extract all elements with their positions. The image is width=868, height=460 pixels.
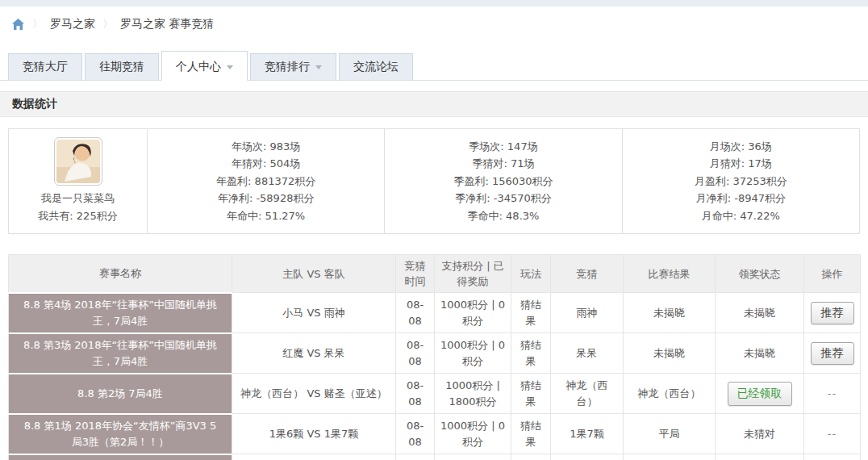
award-status-cell: 未揭晓 (716, 293, 804, 333)
breadcrumb: 〉罗马之家〉罗马之家 赛事竞猜 (0, 6, 868, 31)
column-header: 操作 (804, 255, 861, 293)
event-name-cell: 8.8 第3场 2018年“往事杯”中国随机单挑王，7局4胜 (9, 333, 232, 374)
action-cell: 推荐 (804, 333, 861, 374)
bet-time-cell: 08-08 (396, 333, 435, 374)
stat-line: 年场次: 983场 (232, 138, 300, 156)
guess-cell: 呆呆 (551, 333, 624, 374)
column-header: 赛事名称 (9, 255, 232, 293)
bet-time-cell: 08-08 (396, 374, 435, 414)
chevron-down-icon (315, 65, 322, 69)
bet-history-table: 赛事名称主队 VS 客队竞猜时间支持积分 | 已得奖励玩法竞猜比赛结果领奖状态操… (8, 254, 861, 460)
no-action-dash: -- (828, 428, 837, 440)
breadcrumb-item[interactable]: 罗马之家 赛事竞猜 (120, 17, 214, 31)
stat-line: 年净利: -58928积分 (218, 190, 315, 207)
points-reward-cell: 1000积分 | 0积分 (435, 414, 511, 454)
guess-cell: 神龙（西台） (551, 374, 624, 414)
column-header: 竞猜 (551, 255, 624, 293)
guess-cell: 小小侠+帕帕+黑骑士 (551, 454, 624, 460)
award-status-cell: 未揭晓 (716, 333, 804, 374)
guess-cell: 1果7颗 (551, 414, 624, 454)
table-row: 8.8 第1场 2018年协会“友情杯”商3V3，全部5局3胜小小侠+帕帕+黑骑… (9, 454, 861, 460)
match-result-cell: 未揭晓 (624, 333, 716, 374)
bet-time-cell: 08-08 (396, 454, 435, 460)
stat-line: 季盈利: 156030积分 (453, 173, 553, 190)
action-cell: 推荐 (804, 293, 861, 333)
match-result-cell: 平局 (624, 414, 716, 454)
guess-cell: 雨神 (551, 293, 624, 333)
tab-竞猜排行[interactable]: 竞猜排行 (250, 53, 336, 80)
home-icon[interactable] (11, 18, 25, 31)
points-reward-cell: 1000积分 | 0积分 (435, 293, 511, 333)
tab-label: 个人中心 (176, 60, 221, 74)
points-reward-cell: 1000积分 | 0积分 (435, 333, 511, 374)
breadcrumb-item[interactable]: 罗马之家 (50, 17, 95, 31)
teams-cell: 神龙（西台） VS 赌圣（亚述） (232, 374, 396, 414)
chevron-down-icon (227, 65, 233, 69)
table-row: 8.8 第4场 2018年“往事杯”中国随机单挑王，7局4胜小马 VS 雨神08… (9, 293, 861, 333)
tab-交流论坛[interactable]: 交流论坛 (339, 53, 413, 80)
user-name: 我是一只菜菜鸟 (41, 190, 115, 207)
column-header: 主队 VS 客队 (232, 255, 396, 293)
match-result-cell: 神龙（西台） (624, 374, 716, 414)
stat-line: 月猜对: 17场 (710, 155, 772, 173)
stat-line: 月盈利: 37253积分 (695, 173, 787, 190)
action-cell: -- (804, 374, 861, 414)
top-bar (0, 0, 868, 6)
tab-label: 竞猜大厅 (23, 60, 68, 74)
table-header-row: 赛事名称主队 VS 客队竞猜时间支持积分 | 已得奖励玩法竞猜比赛结果领奖状态操… (9, 255, 861, 293)
stat-line: 月命中: 47.22% (702, 207, 780, 225)
stats-column: 年场次: 983场年猜对: 504场年盈利: 881372积分年净利: -589… (148, 129, 385, 233)
stats-panel: 我是一只菜菜鸟 我共有: 225积分 年场次: 983场年猜对: 504场年盈利… (8, 128, 860, 234)
table-row: 8.8 第3场 2018年“往事杯”中国随机单挑王，7局4胜红魔 VS 呆呆08… (9, 333, 861, 374)
event-name-cell: 8.8 第1场 2018年协会“友情杯”商3V3 5局3胜（第2局！！） (9, 414, 232, 454)
claimed-button[interactable]: 已经领取 (728, 382, 792, 406)
award-status-cell: 已经领取 (716, 374, 804, 414)
event-name-cell: 8.8 第2场 7局4胜 (9, 374, 232, 414)
stat-line: 年命中: 51.27% (227, 207, 305, 225)
stat-line: 年盈利: 881372积分 (216, 173, 315, 190)
section-title: 数据统计 (0, 91, 868, 117)
stat-line: 月净利: -8947积分 (696, 190, 786, 207)
tab-个人中心[interactable]: 个人中心 (161, 51, 248, 81)
breadcrumb-separator: 〉 (102, 17, 113, 31)
play-type-cell: 猜结果 (511, 333, 551, 374)
bet-time-cell: 08-08 (396, 293, 435, 333)
stat-line: 年猜对: 504场 (232, 155, 300, 173)
play-type-cell: 猜结果 (511, 454, 551, 460)
play-type-cell: 猜结果 (511, 414, 551, 454)
recommend-button[interactable]: 推荐 (811, 342, 854, 365)
teams-cell: 红魔 VS 呆呆 (232, 333, 396, 374)
bet-time-cell: 08-08 (396, 414, 435, 454)
tab-竞猜大厅[interactable]: 竞猜大厅 (8, 53, 82, 80)
award-status-cell: 未猜对 (716, 414, 804, 454)
stat-line: 季猜对: 71场 (472, 155, 534, 173)
teams-cell: 小小侠+帕帕+黑骑士 VS 呆呆+陈龙+老友记 (232, 454, 396, 460)
play-type-cell: 猜结果 (511, 293, 551, 333)
tab-bar: 竞猜大厅往期竞猜个人中心竞猜排行交流论坛 (0, 51, 868, 81)
points-reward-cell: 1000积分 | 1890积分 (435, 454, 511, 460)
teams-cell: 1果6颗 VS 1果7颗 (232, 414, 396, 454)
play-type-cell: 猜结果 (511, 374, 551, 414)
table-row: 8.8 第2场 7局4胜神龙（西台） VS 赌圣（亚述）08-081000积分 … (9, 374, 861, 414)
breadcrumb-separator: 〉 (32, 17, 43, 31)
stat-line: 季命中: 48.3% (468, 207, 540, 225)
tab-label: 竞猜排行 (265, 60, 310, 74)
match-result-cell: 未揭晓 (624, 293, 716, 333)
event-name-cell: 8.8 第4场 2018年“往事杯”中国随机单挑王，7局4胜 (9, 293, 232, 333)
tab-label: 交流论坛 (353, 60, 399, 74)
action-cell: -- (804, 454, 861, 460)
match-result-cell: 小小侠+帕帕+黑骑士 (624, 454, 716, 460)
recommend-button[interactable]: 推荐 (811, 302, 854, 324)
stats-column: 季场次: 147场季猜对: 71场季盈利: 156030积分季净利: -3457… (385, 129, 622, 233)
column-header: 领奖状态 (716, 255, 804, 293)
user-avatar[interactable] (54, 137, 102, 186)
event-name-cell: 8.8 第1场 2018年协会“友情杯”商3V3，全部5局3胜 (9, 454, 232, 460)
award-status-cell: 已经领取 (716, 454, 804, 460)
teams-cell: 小马 VS 雨神 (232, 293, 396, 333)
tab-往期竞猜[interactable]: 往期竞猜 (85, 53, 159, 80)
no-action-dash: -- (828, 387, 837, 399)
stat-line: 季场次: 147场 (469, 138, 537, 156)
column-header: 竞猜时间 (396, 255, 435, 293)
action-cell: -- (804, 414, 861, 454)
stat-line: 季净利: -34570积分 (455, 190, 552, 207)
